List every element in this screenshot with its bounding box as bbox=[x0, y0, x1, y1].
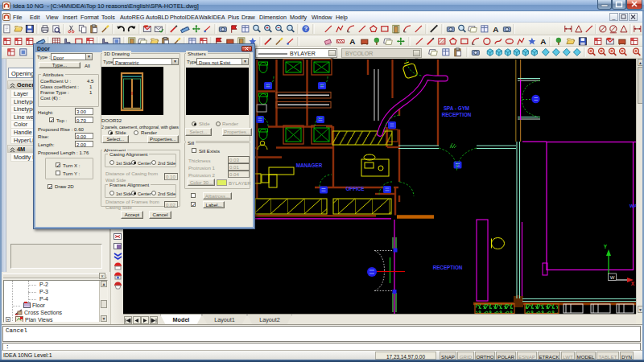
svg-text:RECEPTION: RECEPTION bbox=[433, 265, 463, 270]
svg-text:MANAGER: MANAGER bbox=[296, 162, 323, 168]
svg-text:SPA - GYM: SPA - GYM bbox=[444, 105, 469, 111]
svg-text:A: A bbox=[540, 37, 546, 46]
svg-text:OFFICE: OFFICE bbox=[345, 186, 364, 191]
svg-text:X: X bbox=[631, 281, 635, 286]
svg-text:A: A bbox=[493, 25, 498, 34]
svg-text:Y: Y bbox=[604, 244, 608, 249]
svg-text:RECEPTION: RECEPTION bbox=[442, 112, 472, 117]
svg-text:?: ? bbox=[304, 25, 308, 32]
svg-text:A: A bbox=[349, 37, 355, 46]
svg-text:W: W bbox=[610, 275, 615, 280]
svg-text:WA: WA bbox=[630, 204, 636, 208]
